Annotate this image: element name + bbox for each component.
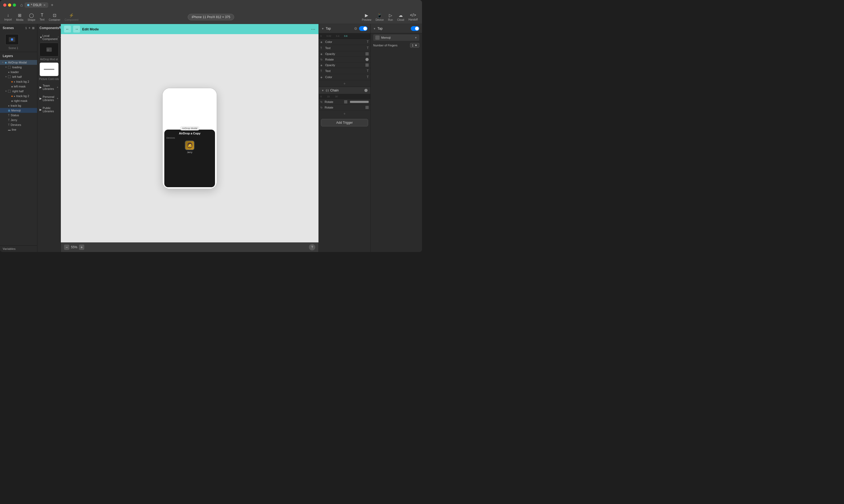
upload-icon[interactable]: ↑ [58, 35, 59, 39]
import-tool[interactable]: ↓ Import [4, 13, 12, 21]
text-icon2: T [320, 70, 324, 73]
chain-icon: ⟨·⟩ [326, 89, 329, 92]
add-trigger-button[interactable]: Add Trigger [321, 119, 368, 126]
layer-label: track bg 2 [16, 94, 29, 97]
layer-right-mask[interactable]: ■ right mask [0, 98, 37, 103]
prop-tap-header: ▼ Tap [373, 27, 382, 31]
layer-memoji[interactable]: ⊞ Memoji [0, 108, 37, 113]
chain-bar1 [350, 101, 369, 103]
device-icon: 📱 [377, 13, 382, 18]
layer-icon-rect2: ■ [11, 100, 13, 103]
layers-title: Layers [3, 54, 13, 58]
layer-line[interactable]: ▬ line [0, 127, 37, 132]
canvas-back-button[interactable]: ← [64, 25, 71, 33]
airdrop-avatar: 🧔 [185, 141, 195, 150]
help-button[interactable]: ? [309, 244, 315, 250]
minimize-button[interactable] [8, 3, 11, 7]
layer-label: right mask [14, 99, 28, 103]
maximize-button[interactable] [13, 3, 16, 7]
memoji-selector[interactable]: Memoji ▼ [373, 34, 419, 41]
layer-icon-motion: ◆ [11, 80, 13, 83]
chain-indicator [364, 89, 367, 92]
import-label: Import [4, 18, 12, 21]
handoff-tool[interactable]: </> Handoff [408, 13, 418, 21]
anim-add-property-button[interactable]: + [319, 80, 370, 87]
canvas-bottom-bar: − 55% + ? [61, 242, 319, 252]
active-tab[interactable]: * DSLR ✕ [24, 2, 48, 8]
home-icon[interactable]: ⌂ [20, 3, 23, 7]
layer-track-bg-2-right[interactable]: ◆ ● track bg 2 [0, 94, 37, 98]
component-tool[interactable]: ⚡ Component [65, 13, 78, 21]
chain-add-button[interactable]: + [319, 110, 370, 117]
text-tool[interactable]: T Text [40, 13, 44, 21]
device-label: Device [376, 18, 384, 21]
layer-label: track bg 2 [16, 80, 29, 83]
fingers-selector[interactable]: 1 ▼ [410, 43, 419, 48]
comp1-thumb[interactable] [39, 43, 59, 56]
variables-bar[interactable]: Variables [0, 245, 37, 252]
layer-label: loader [11, 70, 19, 74]
comp2-label: Picture Cont rols [39, 77, 59, 80]
layer-left-half[interactable]: ▼ left half [0, 74, 37, 79]
components-grid: AirDrop Mod al Picture Cont rols [39, 43, 59, 80]
chain-timeline: 0 15 30 [319, 94, 370, 99]
scenes-grid-icon[interactable]: ⊞ [32, 26, 34, 30]
layer-jerry[interactable]: T Jerry [0, 118, 37, 122]
tap-toggle[interactable] [359, 26, 367, 31]
prop-tap-toggle[interactable] [411, 26, 419, 31]
device-selector[interactable]: iPhone 11 Pro/X 812 × 375 [188, 14, 234, 20]
phone-screen: AirDrop Modal AirDrop a Copy Devices 🧔 [163, 88, 217, 188]
add-personal-library-button[interactable]: + [57, 97, 58, 100]
container-tool[interactable]: ⊡ Container [49, 13, 60, 21]
media-label: Media [16, 18, 23, 21]
layer-label: AirDrop Modal [8, 61, 27, 64]
canvas-toolbar: ← → Edit Mode ⋯ [61, 24, 319, 34]
layer-devices[interactable]: T Devices [0, 122, 37, 127]
preview-tool[interactable]: ▶ Preview [362, 13, 372, 21]
media-tool[interactable]: ⊞ Media [16, 13, 23, 21]
chain-section: ▼ ⟨·⟩ Chain 0 15 30 ↻ Rotate [319, 87, 370, 117]
scene1-thumb[interactable] [5, 34, 19, 45]
zoom-in-button[interactable]: + [79, 245, 84, 250]
canvas-content[interactable]: AirDrop Modal AirDrop a Copy Devices 🧔 [61, 34, 319, 242]
add-scene-button[interactable]: + [29, 26, 31, 30]
color-swatch-icon2: ◈ [320, 76, 324, 79]
canvas-forward-button[interactable]: → [73, 25, 80, 33]
canvas-toolbar-right-icon[interactable]: ⋯ [311, 27, 315, 32]
run-tool[interactable]: ▷ Run [388, 13, 393, 21]
layer-left-mask[interactable]: ■ left mask [0, 84, 37, 89]
components-header: Components 🔍 ☰ ↻ [37, 24, 60, 32]
layer-right-half[interactable]: ▼ right half [0, 89, 37, 94]
shape-tool[interactable]: ◯ Shape [28, 13, 35, 21]
comp2-thumb[interactable] [39, 62, 59, 76]
zoom-out-button[interactable]: − [64, 245, 69, 250]
new-tab-button[interactable]: + [51, 3, 53, 7]
tap-settings-icon[interactable]: ⚙ [354, 26, 357, 31]
layer-track-bg[interactable]: ● track bg [0, 103, 37, 108]
layer-chevron: ▼ [2, 61, 4, 64]
layer-icon-circle4: ● [8, 104, 10, 107]
anim-row-opacity2: ◈ Opacity [319, 62, 370, 68]
component-icon: ⚡ [69, 13, 74, 18]
public-libraries-header[interactable]: ▶ Public Libraries [39, 105, 59, 114]
cloud-tool[interactable]: ☁ Cloud [397, 13, 404, 21]
anim-opacity2-box [365, 64, 369, 67]
layer-loader[interactable]: ● loader [0, 70, 37, 74]
layer-label: left half [12, 75, 22, 78]
tab-close-button[interactable]: ✕ [43, 3, 46, 7]
close-button[interactable] [3, 3, 6, 7]
layer-loading[interactable]: ▼ loading [0, 65, 37, 70]
cloud-indicator [27, 4, 29, 6]
layer-status[interactable]: T Status [0, 113, 37, 118]
fingers-dropdown-icon: ▼ [415, 44, 417, 47]
layer-icon-group3 [8, 90, 11, 92]
title-bar-center: ⌂ * DSLR ✕ + [20, 2, 53, 8]
device-tool[interactable]: 📱 Device [376, 13, 384, 21]
team-libraries-header[interactable]: ▶ Team Libraries + [39, 83, 59, 92]
layer-airdrop-modal[interactable]: ▼ ◈ AirDrop Modal [0, 60, 37, 65]
personal-libraries-header[interactable]: ▶ Personal Libraries + [39, 94, 59, 103]
add-team-library-button[interactable]: + [57, 86, 58, 89]
local-components-header[interactable]: ▼ Local Component ↑ + [39, 33, 59, 41]
layer-track-bg-2-left[interactable]: ◆ ● track bg 2 [0, 79, 37, 84]
import-icon: ↓ [7, 13, 9, 18]
